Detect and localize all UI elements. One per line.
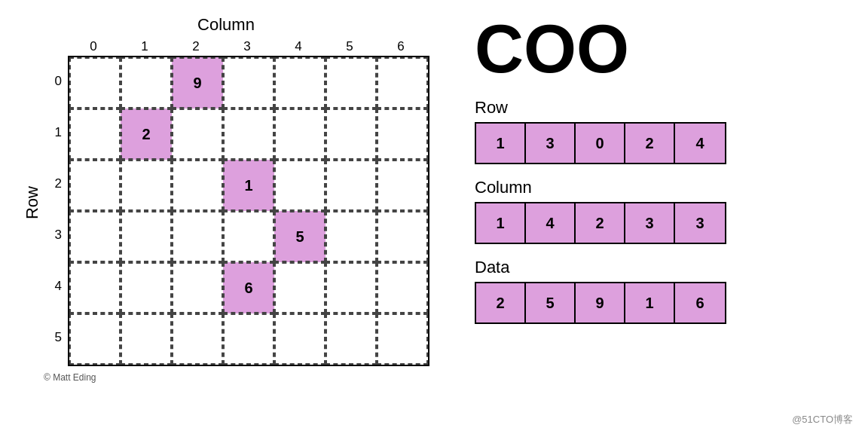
grid-cell (274, 262, 326, 313)
copyright: © Matt Eding (44, 372, 96, 383)
grid-cell: 2 (121, 108, 172, 160)
col-index: 0 (68, 39, 119, 54)
matrix-rows-container: 012345 92156 (47, 56, 429, 366)
grid-cell (377, 211, 428, 262)
grid-cell (377, 57, 428, 108)
array-cell: 1 (476, 203, 526, 243)
row-index: 1 (47, 107, 65, 158)
array-cell: 9 (576, 283, 625, 322)
grid-cell (69, 57, 121, 108)
array-cell: 5 (526, 283, 576, 322)
data-array-row: 25916 (475, 282, 726, 324)
col-index: 6 (375, 39, 426, 54)
grid-cell (326, 313, 377, 365)
grid-cell (121, 313, 172, 365)
col-array-group: Column 14233 (475, 178, 726, 244)
grid-cell (69, 160, 121, 211)
col-indices-row: 0123456 (68, 39, 429, 54)
col-index: 4 (273, 39, 324, 54)
grid-cell (377, 262, 428, 313)
col-index: 1 (119, 39, 170, 54)
row-index: 5 (47, 312, 65, 363)
grid-cell (326, 160, 377, 211)
row-index: 2 (47, 158, 65, 209)
grid-cell (172, 262, 223, 313)
grid-cell: 9 (172, 57, 223, 108)
grid-cell (172, 313, 223, 365)
array-cell: 6 (675, 283, 725, 322)
array-cell: 0 (576, 124, 625, 163)
grid-cell (223, 211, 274, 262)
array-cell: 3 (526, 124, 576, 163)
grid-cell (69, 313, 121, 365)
array-cell: 3 (625, 203, 675, 243)
grid-cell (172, 160, 223, 211)
grid-cell (121, 160, 172, 211)
row-array-row: 13024 (475, 122, 726, 164)
grid-cell (377, 160, 428, 211)
grid-cell (223, 313, 274, 365)
col-label-top: Column (197, 15, 255, 35)
data-array-label: Data (475, 258, 726, 277)
grid-cell (69, 108, 121, 160)
data-array-group: Data 25916 (475, 258, 726, 324)
matrix-area: 0123456 012345 92156 (47, 39, 429, 366)
array-cell: 4 (675, 124, 725, 163)
array-cell: 1 (476, 124, 526, 163)
grid-cell (274, 57, 326, 108)
col-index: 5 (324, 39, 375, 54)
matrix-grid: 92156 (68, 56, 429, 366)
grid-cell (223, 108, 274, 160)
array-cell: 2 (476, 283, 526, 322)
row-index: 4 (47, 261, 65, 312)
grid-cell (172, 211, 223, 262)
coo-title: COO (475, 15, 726, 83)
grid-cell (326, 211, 377, 262)
row-index: 3 (47, 209, 65, 261)
grid-cell (326, 262, 377, 313)
grid-cell: 1 (223, 160, 274, 211)
array-cell: 4 (526, 203, 576, 243)
grid-cell (274, 160, 326, 211)
row-indices-col: 012345 (47, 56, 65, 366)
row-index: 0 (47, 56, 65, 107)
grid-cell (121, 262, 172, 313)
matrix-section: Column Row 0123456 012345 92156 © Matt E… (23, 15, 429, 383)
array-cell: 2 (625, 124, 675, 163)
grid-cell (121, 57, 172, 108)
array-cell: 2 (576, 203, 625, 243)
col-array-row: 14233 (475, 202, 726, 244)
grid-cell: 5 (274, 211, 326, 262)
grid-cell (326, 57, 377, 108)
grid-cell (69, 211, 121, 262)
row-label-left: Row (23, 186, 42, 219)
col-index: 2 (170, 39, 222, 54)
grid-cell (69, 262, 121, 313)
row-array-label: Row (475, 98, 726, 118)
grid-cell (121, 211, 172, 262)
array-cell: 1 (625, 283, 675, 322)
col-array-label: Column (475, 178, 726, 197)
grid-cell (377, 108, 428, 160)
col-index: 3 (222, 39, 273, 54)
row-array-group: Row 13024 (475, 98, 726, 164)
grid-cell (274, 313, 326, 365)
grid-cell (326, 108, 377, 160)
grid-cell: 6 (223, 262, 274, 313)
array-cell: 3 (675, 203, 725, 243)
grid-cell (223, 57, 274, 108)
grid-cell (377, 313, 428, 365)
watermark: @51CTO博客 (792, 413, 853, 426)
grid-cell (172, 108, 223, 160)
grid-cell (274, 108, 326, 160)
coo-section: COO Row 13024 Column 14233 Data 25916 (475, 15, 726, 338)
main-container: Column Row 0123456 012345 92156 © Matt E… (0, 0, 868, 434)
matrix-wrapper: Row 0123456 012345 92156 (23, 39, 429, 366)
